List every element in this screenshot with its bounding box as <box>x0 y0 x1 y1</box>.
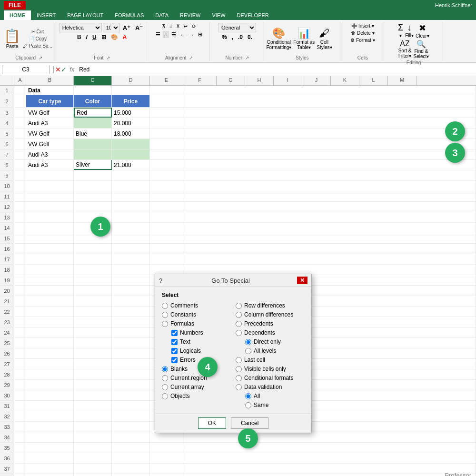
radio-current-array[interactable]: Current array <box>162 384 231 390</box>
cell-a32[interactable] <box>14 411 26 421</box>
cell-b33[interactable] <box>26 422 74 432</box>
cell-d38[interactable] <box>112 474 150 476</box>
radio-visible-cells[interactable]: Visible cells only <box>236 366 305 372</box>
cell-b35[interactable] <box>26 443 74 453</box>
cell-a12[interactable] <box>14 202 26 212</box>
cell-a3[interactable] <box>14 108 26 118</box>
cell-d4[interactable]: 20.000 <box>112 118 150 128</box>
cell-rest10[interactable] <box>183 181 476 191</box>
cell-a10[interactable] <box>14 181 26 191</box>
checkbox-errors[interactable]: Errors <box>171 357 231 363</box>
cell-e6[interactable] <box>150 139 183 149</box>
decrease-indent-button[interactable]: ← <box>178 31 187 38</box>
radio-objects-input[interactable] <box>162 393 168 399</box>
cell-b21[interactable] <box>26 296 74 306</box>
cancel-button[interactable]: Cancel <box>231 417 268 429</box>
radio-current-region-input[interactable] <box>162 375 168 381</box>
radio-last-cell[interactable]: Last cell <box>236 357 305 363</box>
cell-e1[interactable] <box>150 86 183 95</box>
cell-b14[interactable] <box>26 223 74 233</box>
col-header-l[interactable]: L <box>359 76 388 85</box>
cell-d18[interactable] <box>112 265 150 275</box>
cell-e34[interactable] <box>150 432 183 442</box>
orientation-button[interactable]: ⟳ <box>190 23 198 30</box>
cell-b2[interactable]: Car type <box>26 95 74 107</box>
cell-a8[interactable] <box>14 160 26 170</box>
cell-e36[interactable] <box>150 453 183 463</box>
cell-e12[interactable] <box>150 202 183 212</box>
radio-data-validation-input[interactable] <box>236 384 242 390</box>
cell-e17[interactable] <box>150 254 183 264</box>
cell-d23[interactable] <box>112 317 150 327</box>
cell-b18[interactable] <box>26 265 74 275</box>
col-header-f[interactable]: F <box>183 76 217 85</box>
cell-a33[interactable] <box>14 422 26 432</box>
cell-e38[interactable] <box>150 474 183 476</box>
copy-button[interactable]: 📄 Copy <box>21 36 54 42</box>
cell-rest8[interactable] <box>183 160 476 170</box>
cell-d11[interactable] <box>112 191 150 201</box>
cell-c36[interactable] <box>74 453 112 463</box>
cell-e10[interactable] <box>150 181 183 191</box>
cell-c13[interactable] <box>74 212 112 222</box>
border-button[interactable]: ⊞ <box>99 33 108 41</box>
cell-d10[interactable] <box>112 181 150 191</box>
tab-insert[interactable]: INSERT <box>31 10 61 20</box>
cell-a4[interactable] <box>14 118 26 128</box>
cell-c4[interactable] <box>74 118 112 128</box>
cell-d25[interactable] <box>112 338 150 348</box>
checkbox-numbers[interactable]: Numbers <box>171 329 231 336</box>
cell-a9[interactable] <box>14 170 26 180</box>
cell-e16[interactable] <box>150 244 183 254</box>
underline-button[interactable]: U <box>90 33 99 41</box>
insert-btn[interactable]: ➕ Insert ▾ <box>350 23 376 29</box>
cell-c38[interactable] <box>74 474 112 476</box>
cell-a13[interactable] <box>14 212 26 222</box>
cell-b32[interactable] <box>26 411 74 421</box>
col-header-g[interactable]: G <box>217 76 245 85</box>
decrease-decimal-button[interactable]: 0. <box>246 33 254 41</box>
radio-all-levels[interactable]: All levels <box>245 347 305 354</box>
cell-rest17[interactable] <box>183 254 476 264</box>
tab-page-layout[interactable]: PAGE LAYOUT <box>61 10 109 20</box>
cell-e9[interactable] <box>150 170 183 180</box>
fill-color-button[interactable]: 🎨 <box>109 33 120 41</box>
cell-d35[interactable] <box>112 443 150 453</box>
cell-c9[interactable] <box>74 170 112 180</box>
radio-formulas[interactable]: Formulas <box>162 320 231 327</box>
cell-rest16[interactable] <box>183 244 476 254</box>
cell-d5[interactable]: 18.000 <box>112 129 150 139</box>
cell-e2[interactable] <box>150 95 183 107</box>
col-header-b[interactable]: B <box>26 76 74 85</box>
delete-btn[interactable]: 🗑 Delete ▾ <box>349 30 376 36</box>
cell-a28[interactable] <box>14 369 26 379</box>
align-center-button[interactable]: ≡ <box>163 31 169 38</box>
radio-conditional-formats[interactable]: Conditional formats <box>236 375 305 381</box>
radio-direct-only[interactable]: Direct only <box>245 338 305 345</box>
radio-all-levels-input[interactable] <box>245 348 251 354</box>
radio-row-diff-input[interactable] <box>236 303 242 309</box>
decrease-font-button[interactable]: A⁻ <box>133 23 145 32</box>
cell-c21[interactable] <box>74 296 112 306</box>
radio-conditional-formats-input[interactable] <box>236 375 242 381</box>
cell-rest34[interactable] <box>183 432 476 442</box>
cell-a16[interactable] <box>14 244 26 254</box>
cell-rest14[interactable] <box>183 223 476 233</box>
sort-filter-btn[interactable]: AZ Sort & Filter▾ <box>398 40 412 59</box>
cell-a35[interactable] <box>14 443 26 453</box>
cell-c35[interactable] <box>74 443 112 453</box>
font-color-button[interactable]: A <box>121 33 129 41</box>
cell-b30[interactable] <box>26 390 74 400</box>
cell-rest3[interactable] <box>183 108 476 118</box>
cell-d29[interactable] <box>112 380 150 390</box>
cell-d14[interactable] <box>112 223 150 233</box>
tab-home[interactable]: HOME <box>4 10 31 20</box>
cell-b22[interactable] <box>26 307 74 317</box>
col-header-h[interactable]: H <box>245 76 274 85</box>
confirm-icon[interactable]: ✓ <box>61 66 67 73</box>
cell-a30[interactable] <box>14 390 26 400</box>
col-header-d[interactable]: D <box>112 76 150 85</box>
col-header-c[interactable]: C <box>74 76 112 85</box>
cell-c24[interactable] <box>74 327 112 337</box>
cell-b9[interactable] <box>26 170 74 180</box>
